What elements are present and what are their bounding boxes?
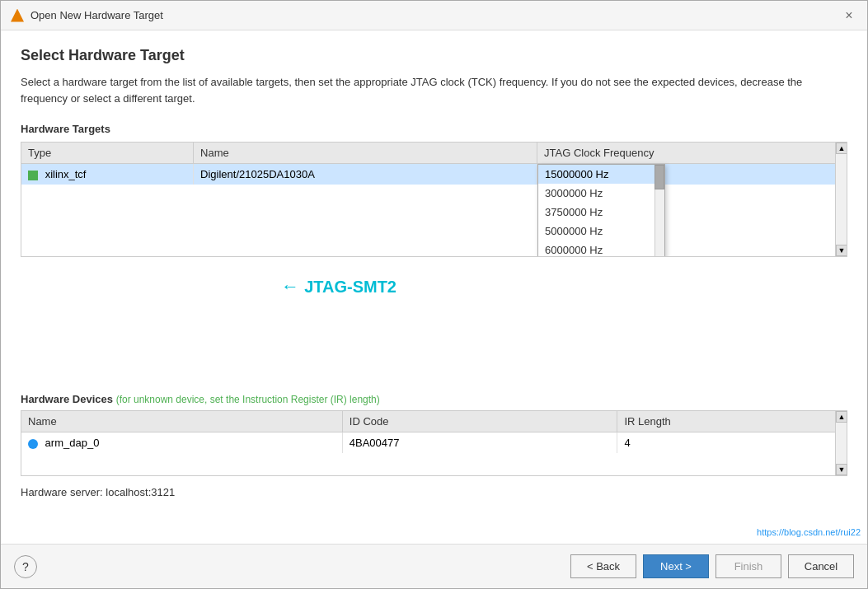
dropdown-item-4[interactable]: 6000000 Hz [538, 241, 664, 257]
title-bar: Open New Hardware Target × [1, 1, 867, 30]
description-text: Select a hardware target from the list o… [21, 74, 847, 106]
dialog: Open New Hardware Target × Select Hardwa… [0, 0, 868, 589]
col-header-type: Type [21, 143, 194, 164]
table-row[interactable]: xilinx_tcf Digilent/21025DA1030A 1500000… [21, 164, 847, 185]
hw-server-value: localhost:3121 [106, 486, 175, 498]
footer-right: < Back Next > Finish Cancel [570, 554, 854, 578]
hardware-targets-title: Hardware Targets [21, 123, 847, 135]
hardware-targets-table-container: Type Name JTAG Clock Frequency xilinx_tc… [21, 142, 847, 257]
device-icon-green [28, 171, 38, 180]
col-header-dev-name: Name [21, 411, 342, 432]
app-icon [11, 9, 24, 22]
cell-type-text: xilinx_tcf [45, 168, 87, 180]
dropdown-item-3[interactable]: 5000000 Hz [538, 222, 664, 241]
dev-scroll-down-arrow[interactable]: ▼ [836, 464, 847, 475]
close-button[interactable]: × [841, 7, 857, 24]
dev-cell-irlength: 4 [617, 432, 847, 454]
hw-server-label: Hardware server: [21, 486, 103, 498]
freq-dropdown[interactable]: 15000000 Hz 3000000 Hz 3750000 Hz 500000… [537, 164, 665, 257]
cell-type: xilinx_tcf [21, 164, 194, 185]
targets-table-scrollbar: ▲ ▼ [835, 143, 847, 256]
dialog-content: Select Hardware Target Select a hardware… [1, 30, 867, 544]
hw-devices-table: Name ID Code IR Length arm_dap_0 4BA0047… [21, 411, 847, 453]
back-button[interactable]: < Back [570, 554, 636, 578]
cell-freq: 15000000 Hz 15000000 Hz 3000000 Hz 37500… [537, 164, 847, 185]
finish-button: Finish [716, 554, 781, 578]
hw-devices-subtitle: (for unknown device, set the Instruction… [116, 394, 380, 405]
dialog-title: Open New Hardware Target [30, 9, 163, 21]
dev-scroll-up-arrow[interactable]: ▲ [836, 411, 847, 423]
scroll-thumb [655, 165, 664, 189]
dropdown-item-0[interactable]: 15000000 Hz [538, 165, 664, 184]
section-title: Select Hardware Target [21, 47, 847, 64]
col-header-dev-idcode: ID Code [342, 411, 617, 432]
scroll-down-arrow[interactable]: ▼ [836, 245, 847, 256]
dev-cell-idcode: 4BA00477 [342, 432, 617, 454]
hw-devices-table-container: Name ID Code IR Length arm_dap_0 4BA0047… [21, 410, 847, 476]
cell-name: Digilent/21025DA1030A [194, 164, 537, 185]
table-row[interactable]: arm_dap_0 4BA00477 4 [21, 432, 847, 454]
watermark: https://blog.csdn.net/rui22 [757, 527, 861, 537]
next-button[interactable]: Next > [643, 554, 709, 578]
col-header-name: Name [194, 143, 537, 164]
devices-table-scrollbar: ▲ ▼ [835, 411, 847, 475]
hw-devices-title: Hardware Devices (for unknown device, se… [21, 393, 847, 405]
footer-left: ? [14, 555, 37, 578]
dialog-footer: ? < Back Next > Finish Cancel [1, 544, 867, 588]
dropdown-item-1[interactable]: 3000000 Hz [538, 184, 664, 203]
device-icon-blue [28, 439, 38, 449]
dev-cell-name: arm_dap_0 [21, 432, 342, 454]
cancel-button[interactable]: Cancel [788, 554, 854, 578]
dropdown-scrollbar [655, 165, 664, 257]
jtag-smt2-annotation: ← JTAG-SMT2 [281, 276, 396, 297]
help-button[interactable]: ? [14, 555, 37, 578]
scroll-up-arrow[interactable]: ▲ [836, 143, 847, 154]
col-header-dev-ir: IR Length [617, 411, 847, 432]
title-bar-left: Open New Hardware Target [11, 9, 163, 22]
hardware-devices-section: Hardware Devices (for unknown device, se… [21, 393, 847, 476]
dropdown-item-2[interactable]: 3750000 Hz [538, 203, 664, 222]
hardware-targets-table: Type Name JTAG Clock Frequency xilinx_tc… [21, 143, 847, 185]
col-header-jtag: JTAG Clock Frequency [537, 143, 847, 164]
hw-server-info: Hardware server: localhost:3121 [21, 486, 847, 498]
